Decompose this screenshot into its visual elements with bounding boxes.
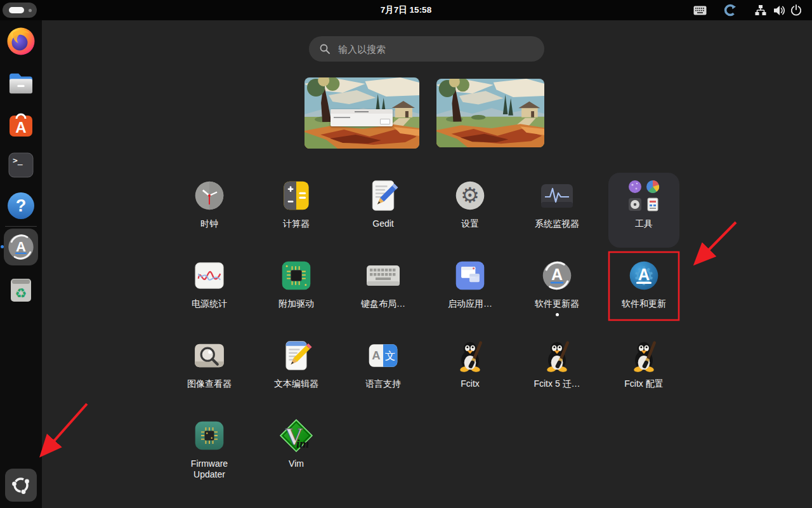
app-label: 系统监视器 xyxy=(535,218,579,229)
wallpaper xyxy=(436,79,544,147)
mini-window xyxy=(331,109,393,126)
app-calculator[interactable]: 计算器 xyxy=(261,173,332,248)
annotation-arrow-show-apps xyxy=(42,404,87,455)
svg-text:A: A xyxy=(372,349,380,363)
running-indicator-dot xyxy=(1,245,4,248)
app-label: 电源统计 xyxy=(192,298,227,309)
app-label: Vim xyxy=(289,458,304,469)
volume-icon[interactable] xyxy=(773,0,785,20)
app-grid: 时钟 计算器 Gedit xyxy=(174,173,679,488)
workspace-thumbnail-2[interactable] xyxy=(436,79,544,147)
trash-icon: ♻ xyxy=(7,275,35,304)
vim-icon: V im xyxy=(279,418,313,453)
clock[interactable]: 7月7日 15:58 xyxy=(0,0,812,20)
power-icon[interactable] xyxy=(790,0,802,20)
app-label: 图像查看器 xyxy=(187,378,232,389)
help-icon: ? xyxy=(6,191,36,220)
dock-item-ubuntu-software[interactable]: A xyxy=(6,109,36,140)
app-label: 软件和更新 xyxy=(622,298,666,309)
app-label: 设置 xyxy=(461,218,479,229)
app-vim[interactable]: V im Vim xyxy=(261,413,332,488)
app-label: 文本编辑器 xyxy=(274,378,318,389)
app-clock[interactable]: 时钟 xyxy=(174,173,245,248)
software-updater-icon xyxy=(6,232,36,262)
app-keyboard-layout[interactable]: 键盘布局… xyxy=(348,253,419,328)
app-firmware-updater[interactable]: Firmware Updater xyxy=(174,413,245,488)
running-indicator-dot xyxy=(556,313,559,316)
search-icon xyxy=(320,44,330,54)
svg-text:⚙: ⚙ xyxy=(461,183,480,208)
svg-text:>_: >_ xyxy=(13,156,23,166)
app-label: Firmware Updater xyxy=(178,458,241,480)
app-label: 键盘布局… xyxy=(361,298,405,309)
app-label: Gedit xyxy=(372,218,393,229)
dock-item-firefox[interactable] xyxy=(6,26,36,57)
folder-label: 工具 xyxy=(635,218,653,229)
app-settings[interactable]: ⚙ 设置 xyxy=(435,173,506,248)
search-input[interactable] xyxy=(337,43,530,55)
keyboard-layout-icon xyxy=(365,262,401,289)
text-editor-icon xyxy=(280,338,312,373)
show-applications-button[interactable] xyxy=(5,469,37,502)
svg-text:?: ? xyxy=(16,196,27,215)
fcitx-indicator-icon[interactable] xyxy=(724,0,737,20)
fcitx-icon xyxy=(540,339,573,372)
mini-pie-chart-icon xyxy=(646,180,660,194)
network-icon[interactable] xyxy=(755,0,766,20)
fcitx-icon xyxy=(627,339,660,372)
app-label: 计算器 xyxy=(283,218,310,229)
app-software-and-updates[interactable]: ⚙ A 软件和更新 xyxy=(608,253,679,328)
app-power-statistics[interactable]: 电源统计 xyxy=(174,253,245,328)
app-startup-applications[interactable]: 启动应用… xyxy=(435,253,506,328)
mini-document-icon xyxy=(646,197,660,211)
software-and-updates-icon: ⚙ A xyxy=(627,259,660,292)
search-bar[interactable] xyxy=(309,36,544,62)
dock-item-terminal[interactable]: >_ xyxy=(6,150,36,180)
top-bar: 7月7日 15:58 xyxy=(0,0,812,20)
dock-item-files[interactable] xyxy=(6,68,36,98)
system-monitor-icon xyxy=(539,180,575,211)
workspace-thumbnail-1[interactable] xyxy=(304,77,419,149)
app-label: 启动应用… xyxy=(448,298,492,309)
image-viewer-icon xyxy=(193,342,226,370)
app-text-editor[interactable]: 文本编辑器 xyxy=(261,333,332,408)
firefox-icon xyxy=(6,27,36,56)
app-additional-drivers[interactable]: 附加驱动 xyxy=(261,253,332,328)
ubuntu-logo-icon xyxy=(10,474,32,496)
language-support-icon: A 文 xyxy=(367,342,400,369)
dock-item-trash[interactable]: ♻ xyxy=(6,274,36,305)
app-fcitx5-migration[interactable]: Fcitx 5 迁… xyxy=(521,333,593,408)
annotation-arrow-software-and-updates xyxy=(696,222,736,263)
app-fcitx[interactable]: Fcitx xyxy=(435,333,506,408)
svg-text:A: A xyxy=(638,265,650,283)
software-updater-icon xyxy=(540,259,573,292)
app-image-viewer[interactable]: 图像查看器 xyxy=(174,333,245,408)
app-label: 时钟 xyxy=(200,218,218,229)
startup-applications-icon xyxy=(454,259,487,292)
mini-globe-icon xyxy=(628,180,642,194)
app-language-support[interactable]: A 文 语言支持 xyxy=(348,333,419,408)
fcitx-icon xyxy=(454,339,487,372)
app-fcitx-config[interactable]: Fcitx 配置 xyxy=(608,333,679,408)
dock-item-software-updater[interactable] xyxy=(4,229,38,265)
mini-window-text-line xyxy=(334,117,350,118)
power-statistics-icon xyxy=(192,260,226,291)
calculator-icon xyxy=(280,179,312,212)
app-gedit[interactable]: Gedit xyxy=(348,173,419,248)
mini-window-title-text xyxy=(355,111,369,112)
app-software-updater[interactable]: 软件更新器 xyxy=(521,253,593,328)
app-label: 附加驱动 xyxy=(278,298,314,309)
app-label: Fcitx xyxy=(461,378,480,389)
ubuntu-software-icon: A xyxy=(7,110,35,139)
app-label: 语言支持 xyxy=(365,378,401,389)
app-label: Fcitx 5 迁… xyxy=(534,378,580,389)
files-folder-icon xyxy=(7,71,35,95)
app-system-monitor[interactable]: 系统监视器 xyxy=(521,173,593,248)
additional-drivers-icon xyxy=(280,259,313,292)
app-folder-tools[interactable]: 工具 xyxy=(608,173,679,248)
app-label: Fcitx 配置 xyxy=(624,378,663,389)
svg-text:A: A xyxy=(15,119,26,136)
dock-separator xyxy=(5,226,37,227)
dock-item-help[interactable]: ? xyxy=(6,190,36,221)
keyboard-icon[interactable] xyxy=(693,0,707,20)
